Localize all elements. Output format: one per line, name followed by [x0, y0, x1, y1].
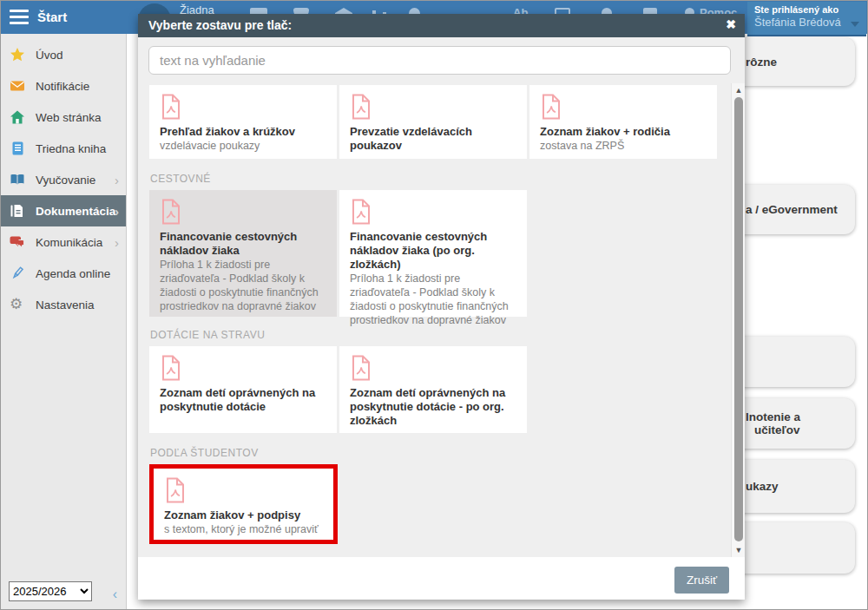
sidebar-item-vyucovanie[interactable]: Vyučovanie › [1, 164, 126, 195]
report-title: Zoznam žiakov + podpisy [164, 508, 323, 522]
report-subtitle: s textom, ktorý je možné upraviť [164, 522, 323, 536]
report-subtitle: zostava na ZRPŠ [540, 139, 707, 153]
bg-card-label: a / eGovernment [746, 203, 855, 216]
menu-hamburger-icon[interactable] [10, 10, 29, 24]
section-heading-podla-studentov: PODĽA ŠTUDENTOV [150, 447, 745, 460]
report-title: Zoznam detí oprávnených na poskytnutie d… [350, 386, 516, 428]
gear-icon: ⚙ [10, 297, 27, 312]
school-year-select[interactable]: 2025/2026 [9, 581, 92, 601]
sidebar-item-label: Notifikácie [36, 80, 89, 93]
report-card-zoznam-rodicia[interactable]: Zoznam žiakov + rodičia zostava na ZRPŠ [529, 85, 717, 159]
scrollbar[interactable]: ▲ ▼ [731, 83, 745, 557]
report-card-prehlad-ziakov[interactable]: Prehľad žiakov a krúžkov vzdelávacie pou… [149, 85, 337, 159]
sidebar-item-komunikacia[interactable]: Komunikácia › [1, 226, 126, 258]
book-icon [10, 141, 27, 156]
report-list: Prehľad žiakov a krúžkov vzdelávacie pou… [138, 83, 745, 557]
sidebar-item-label: Web stránka [36, 111, 102, 124]
chat-icon [10, 234, 27, 250]
pdf-file-icon [160, 94, 326, 120]
pdf-file-icon [350, 355, 516, 381]
sidebar-item-label: Triedna kniha [36, 142, 106, 155]
user-name: Štefánia Brédová [754, 16, 859, 29]
app-window: Štart ▲ Žiadna Ab Pomoc Ste prihlásený a… [0, 0, 868, 610]
pdf-file-icon [160, 199, 326, 225]
print-report-dialog: Vyberte zostavu pre tlač: ✖ Prehľad žiak… [138, 14, 745, 600]
chevron-right-icon: › [115, 235, 119, 250]
sidebar-item-label: Úvod [36, 49, 63, 62]
mail-icon [10, 78, 27, 94]
logged-in-as-label: Ste prihlásený ako [754, 4, 859, 15]
dialog-title: Vyberte zostavu pre tlač: [148, 18, 292, 32]
pdf-file-icon [160, 355, 326, 381]
cancel-button[interactable]: Zrušiť [674, 567, 729, 594]
sidebar-item-label: Vyučovanie [36, 174, 95, 187]
sidebar-item-agenda-online[interactable]: Agenda online [1, 258, 126, 289]
sidebar-item-label: Dokumentácia [36, 205, 115, 218]
chevron-down-icon [851, 22, 859, 27]
scroll-down-icon[interactable]: ▼ [732, 544, 745, 556]
pdf-file-icon [350, 94, 516, 120]
pdf-file-icon [540, 94, 707, 120]
report-title: Prehľad žiakov a krúžkov [160, 125, 326, 139]
section-heading-dotacie: DOTÁCIE NA STRAVU [150, 329, 745, 342]
report-title: Financovanie cestovných nákladov žiaka (… [350, 230, 516, 272]
chevron-right-icon: › [115, 173, 119, 187]
report-card-prevzatie-poukazov[interactable]: Prevzatie vzdelávacích poukazov [339, 85, 527, 159]
sidebar-item-nastavenia[interactable]: ⚙ Nastavenia [1, 289, 126, 320]
sidebar-item-label: Nastavenia [36, 298, 95, 312]
report-subtitle: vzdelávacie poukazy [160, 139, 326, 153]
sidebar-item-triedna-kniha[interactable]: Triedna kniha [1, 133, 126, 164]
pencil-icon [10, 266, 27, 281]
report-title: Prevzatie vzdelávacích poukazov [350, 125, 516, 153]
sidebar-item-notifikacie[interactable]: Notifikácie [1, 70, 126, 102]
report-card-financovanie-org[interactable]: Financovanie cestovných nákladov žiaka (… [339, 190, 527, 317]
sidebar-item-web-stranka[interactable]: Web stránka [1, 102, 126, 133]
report-title: Zoznam žiakov + rodičia [540, 125, 707, 139]
report-card-dotacie[interactable]: Zoznam detí oprávnených na poskytnutie d… [149, 346, 337, 433]
dialog-header: Vyberte zostavu pre tlač: ✖ [138, 14, 745, 37]
bg-card-label: lnotenie a [746, 410, 855, 423]
sidebar-item-uvod[interactable]: Úvod [1, 39, 126, 70]
report-subtitle: Príloha 1 k žiadosti pre zriaďovateľa - … [350, 272, 516, 327]
star-icon [10, 47, 27, 62]
sidebar: Úvod Notifikácie Web stránka Triedna kni… [1, 34, 127, 609]
scroll-up-icon[interactable]: ▲ [732, 84, 745, 96]
sidebar-item-label: Agenda online [36, 267, 110, 280]
pdf-file-icon [164, 477, 323, 503]
logged-in-user-box[interactable]: Ste prihlásený ako Štefánia Brédová [747, 2, 866, 36]
dialog-footer: Zrušiť [138, 557, 745, 600]
report-card-dotacie-org[interactable]: Zoznam detí oprávnených na poskytnutie d… [339, 346, 527, 433]
report-subtitle: Príloha 1 k žiadosti pre zriaďovateľa - … [160, 258, 326, 313]
report-card-zoznam-podpisy[interactable]: Zoznam žiakov + podpisy s textom, ktorý … [154, 469, 333, 540]
collapse-sidebar-icon[interactable]: ‹ [113, 587, 117, 602]
sidebar-item-label: Komunikácia [36, 236, 102, 249]
close-icon[interactable]: ✖ [726, 17, 736, 31]
report-title: Zoznam detí oprávnených na poskytnutie d… [160, 386, 326, 414]
bg-card-label: učiteľov [746, 423, 855, 436]
document-icon [10, 203, 27, 219]
chevron-right-icon: › [115, 204, 119, 219]
home-icon [10, 109, 27, 125]
report-title: Financovanie cestovných nákladov žiaka [160, 230, 326, 258]
sidebar-item-dokumentacia[interactable]: Dokumentácia › [1, 195, 126, 226]
start-menu-label[interactable]: Štart [37, 10, 67, 24]
report-card-financovanie[interactable]: Financovanie cestovných nákladov žiaka P… [149, 190, 337, 317]
bg-card-label: ukazy [746, 480, 855, 493]
bg-card-label: rôzne [746, 56, 855, 69]
highlight-red-box: Zoznam žiakov + podpisy s textom, ktorý … [149, 464, 338, 544]
scrollbar-thumb[interactable] [734, 97, 743, 541]
search-zone [138, 37, 745, 83]
search-input[interactable] [148, 46, 731, 75]
pdf-file-icon [350, 199, 516, 225]
open-book-icon [10, 172, 27, 187]
section-heading-cestovne: CESTOVNÉ [150, 173, 745, 186]
